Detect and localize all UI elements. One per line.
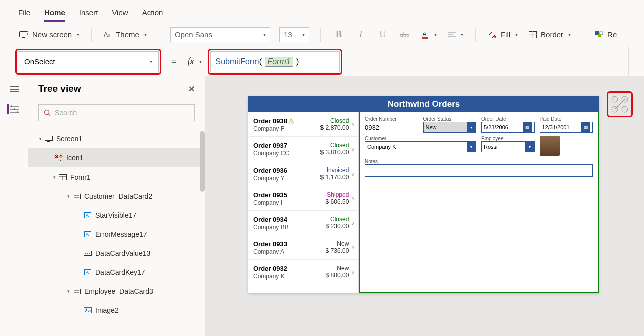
- formula-input[interactable]: SubmitForm( Form1 ): [210, 51, 340, 72]
- paid-date-input[interactable]: 12/31/2001▦: [540, 122, 593, 133]
- chevron-right-icon: ›: [352, 120, 354, 128]
- tree-node-label: Screen1: [56, 135, 82, 143]
- scrollbar-thumb[interactable]: [200, 131, 205, 192]
- tree-node-icon1[interactable]: Icon1: [28, 148, 205, 167]
- order-date-input[interactable]: 5/23/2006▦: [481, 122, 535, 133]
- italic-button[interactable]: I: [354, 29, 367, 40]
- property-selector[interactable]: OnSelect ▾: [18, 51, 159, 72]
- order-row[interactable]: Order 0937Company CCClosed$ 3,810.00›: [248, 137, 358, 161]
- new-screen-button[interactable]: + New screen ▾: [18, 28, 80, 41]
- reorder-icon: [595, 31, 603, 38]
- order-list: Order 0938⚠Company FClosed$ 2,870.00›Ord…: [248, 112, 359, 293]
- bold-button[interactable]: B: [332, 29, 345, 40]
- font-select[interactable]: Open Sans ▾: [170, 27, 270, 42]
- rail-hamburger[interactable]: [8, 84, 20, 94]
- tree-node-label: Customer_DataCard2: [84, 192, 152, 200]
- border-label: Border: [541, 30, 563, 39]
- tree-node-screen[interactable]: ▾ Screen1: [28, 129, 205, 148]
- warning-icon: ⚠: [288, 117, 294, 125]
- menu-home[interactable]: Home: [44, 8, 65, 22]
- tree-node-errormessage[interactable]: A ErrorMessage17: [28, 225, 205, 244]
- employee-select[interactable]: Rossi▾: [481, 141, 535, 152]
- datacard-icon: [72, 287, 81, 296]
- order-row[interactable]: Order 0933Company ANew$ 736.00›: [248, 235, 358, 260]
- menu-file[interactable]: File: [18, 8, 30, 22]
- close-icon[interactable]: ✕: [188, 84, 195, 94]
- font-color-button[interactable]: A ▾: [420, 29, 438, 41]
- font-size-select[interactable]: 13 ▾: [279, 27, 309, 42]
- chevron-right-icon: ›: [352, 268, 354, 276]
- tree-node-starvisible[interactable]: A StarVisible17: [28, 206, 205, 225]
- selected-control-highlight: [607, 91, 633, 117]
- chevron-right-icon: ›: [352, 194, 354, 202]
- underline-button[interactable]: U: [376, 29, 389, 40]
- rail-tree-view[interactable]: [7, 104, 19, 114]
- strike-button[interactable]: abc: [398, 31, 411, 39]
- paid-date-value: 12/31/2001: [542, 124, 570, 130]
- chevron-down-icon: ▾: [525, 142, 534, 152]
- customer-value: Company K: [367, 144, 396, 150]
- screen-icon: [44, 134, 53, 143]
- app-title-bar: Northwind Orders: [248, 96, 599, 112]
- tree-node-label: Icon1: [66, 154, 83, 162]
- order-row[interactable]: Order 0934Company BBClosed$ 230.00›: [248, 211, 358, 235]
- tree-node-image2[interactable]: Image2: [28, 301, 205, 320]
- order-row[interactable]: Order 0936Company YInvoiced$ 1,170.00›: [248, 161, 358, 186]
- image-icon: [83, 306, 92, 315]
- align-button[interactable]: ▾: [447, 30, 464, 40]
- app-preview: Northwind Orders Order 0938⚠Company FClo…: [248, 96, 599, 293]
- chevron-down-icon: ▾: [199, 59, 202, 64]
- label-notes: Notes: [365, 159, 593, 164]
- tree-node-customer-card[interactable]: ▾ Customer_DataCard2: [28, 187, 205, 206]
- svg-point-38: [87, 253, 88, 254]
- reorder-label: Re: [607, 30, 617, 39]
- label-icon: A: [83, 211, 92, 220]
- theme-button[interactable]: Aa Theme ▾: [103, 28, 148, 41]
- menu-insert[interactable]: Insert: [79, 8, 98, 22]
- notes-input[interactable]: [365, 164, 593, 177]
- order-status-select[interactable]: New▾: [423, 122, 477, 133]
- tree-node-datacardkey[interactable]: A DataCardKey17: [28, 263, 205, 282]
- customer-select[interactable]: Company K▾: [365, 141, 476, 152]
- paint-bucket-icon: [488, 31, 497, 39]
- order-row[interactable]: Order 0935Company IShipped$ 606.50›: [248, 186, 358, 211]
- property-selector-highlight: OnSelect ▾: [15, 49, 161, 75]
- tree-node-datacardvalue[interactable]: DataCardValue13: [28, 244, 205, 263]
- menu-view[interactable]: View: [112, 8, 128, 22]
- fx-button[interactable]: fx ▾: [187, 54, 203, 69]
- tree-node-form1[interactable]: ▾ Form1: [28, 167, 205, 187]
- border-button[interactable]: Border ▾: [528, 28, 572, 41]
- formula-function: SubmitForm: [216, 57, 259, 66]
- canvas[interactable]: Northwind Orders Order 0938⚠Company FClo…: [205, 76, 644, 336]
- svg-rect-42: [73, 289, 81, 294]
- menu-bar: File Home Insert View Action: [0, 0, 644, 22]
- label-employee: Employee: [481, 136, 535, 141]
- font-color-icon: A: [421, 31, 429, 39]
- svg-text:A: A: [104, 31, 108, 38]
- reorder-button[interactable]: Re: [594, 28, 618, 41]
- order-row[interactable]: Order 0938⚠Company FClosed$ 2,870.00›: [248, 112, 358, 137]
- fill-button[interactable]: Fill ▾: [487, 28, 519, 41]
- combobox-icon: [83, 249, 92, 258]
- screen-icon: +: [19, 31, 28, 38]
- label-order-number: Order Number: [365, 116, 418, 122]
- calendar-icon: ▦: [523, 122, 532, 132]
- svg-text:A: A: [86, 270, 89, 275]
- menu-action[interactable]: Action: [142, 8, 163, 22]
- formula-arg: Form1: [265, 57, 293, 67]
- chevron-right-icon: ›: [352, 145, 354, 153]
- employee-avatar: [540, 136, 560, 156]
- chevron-down-icon: ▾: [568, 32, 571, 37]
- resize-handles-icon[interactable]: [611, 95, 629, 113]
- svg-text:A: A: [86, 213, 89, 218]
- chevron-down-icon: ▾: [263, 32, 266, 37]
- tree-node-employee-card[interactable]: ▾ Employee_DataCard3: [28, 282, 205, 301]
- label-icon: A: [83, 268, 92, 277]
- tree-search-input[interactable]: Search: [38, 104, 195, 121]
- order-row[interactable]: Order 0932Company KNew$ 800.00›: [248, 260, 358, 284]
- chevron-down-icon: ▾: [515, 32, 518, 37]
- theme-label: Theme: [116, 30, 139, 39]
- control-icon: [54, 153, 63, 162]
- property-value: OnSelect: [24, 57, 55, 66]
- search-icon: [44, 109, 51, 116]
